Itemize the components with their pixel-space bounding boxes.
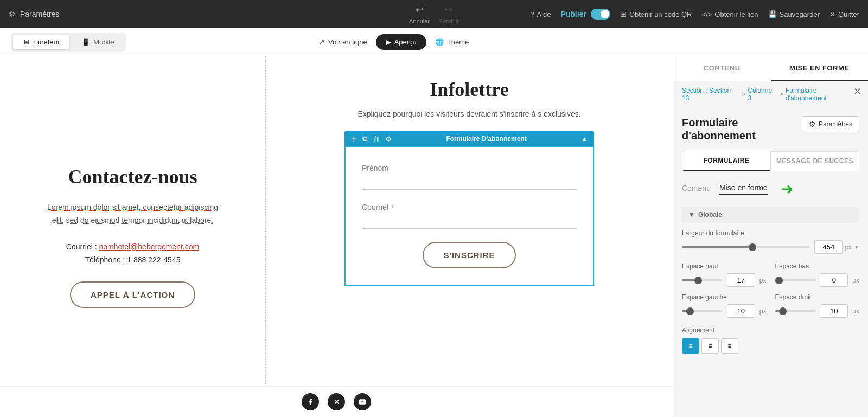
facebook-icon[interactable] [302,393,319,410]
cf-tab-contenu[interactable]: Contenu [682,184,711,195]
espace-haut-input[interactable]: 17 [727,273,755,287]
prenom-input[interactable] [362,176,577,190]
external-link-icon: ↗ [319,38,325,46]
largeur-slider-row: 454 px ▼ [682,240,859,254]
twitter-x-icon[interactable]: ✕ [328,393,345,410]
email-link[interactable]: nomhotel@hebergement.com [99,242,200,251]
preview-button[interactable]: ▶ Aperçu [376,34,426,50]
newsletter-panel: Infolettre Expliquez pourquoi les visite… [266,56,673,417]
alignement-row: Alignement ≡ ≡ ≡ [682,326,859,354]
espace-haut-slider-row: 17 px [682,273,767,287]
help-button[interactable]: ? Aide [530,10,551,18]
undo-icon: ↩ [416,4,424,16]
theme-icon: 🌐 [435,38,444,46]
move-icon[interactable]: ✛ [351,135,357,143]
settings-form-icon[interactable]: ⚙ [385,135,392,143]
contact-title: Contactez-nous [68,165,197,188]
espace-gauche-track [682,310,723,312]
form-container: ✛ ⧉ 🗑 ⚙ Formulaire D'abonnement ▲ Pré [344,131,594,286]
cta-button[interactable]: APPEL À L'ACTION [70,281,195,308]
espace-droit-track [775,310,816,312]
top-bar-left: ⚙ Paramètres [9,10,59,18]
mobile-label: Mobile [93,38,114,46]
align-row: ≡ ≡ ≡ [682,338,859,354]
courriel-label: Courriel * [362,203,577,211]
link-button[interactable]: </> Obtenir le lien [702,10,758,18]
align-right-button[interactable]: ≡ [721,338,738,354]
courriel-label: Courriel : [66,242,99,251]
form-toolbar-left: ✛ ⧉ 🗑 ⚙ [351,134,392,143]
largeur-val-box: 454 px ▼ [814,240,859,254]
espace-droit-thumb[interactable] [779,307,787,315]
newsletter-desc-text2: s exclusives. [538,110,580,118]
close-button[interactable]: ✕ [853,86,861,98]
largeur-dropdown-icon[interactable]: ▼ [854,244,859,250]
redo-label: Rétablir [438,18,459,24]
undo-btn[interactable]: ↩ Annuler [409,4,430,24]
tab-mise-en-forme-label: MISE EN FORME [789,64,850,72]
align-right-icon: ≡ [727,342,731,350]
espace-bas-thumb[interactable] [775,277,783,284]
form-toolbar[interactable]: ✛ ⧉ 🗑 ⚙ Formulaire D'abonnement ▲ [344,131,594,146]
largeur-slider-thumb[interactable] [749,243,756,251]
browser-tab[interactable]: 🖥 Fureteur [13,35,69,49]
largeur-input[interactable]: 454 [814,240,843,254]
params-button[interactable]: ⚙ Paramètres [802,116,859,132]
newsletter-desc-text: Expliquez pourquoi les visiteurs devraie… [358,110,535,118]
mobile-tab[interactable]: 📱 Mobile [72,35,124,49]
monitor-icon: 🖥 [23,38,30,46]
second-bar: 🖥 Fureteur 📱 Mobile ↗ Voir en ligne ▶ Ap… [0,28,868,56]
canvas: Contactez-nous Lorem ipsum dolor sit ame… [0,56,673,417]
sidebar-inner: ✕ Section : Section 13 > Colonne 3 > For… [673,81,868,371]
qr-label: Obtenir un code QR [629,10,692,18]
espace-haut-thumb[interactable] [694,277,702,284]
content-form-tabs: Contenu Mise en forme ➜ [682,180,859,198]
espace-gauche-thumb[interactable] [686,307,694,315]
cf-tab-mise-en-forme[interactable]: Mise en forme [719,183,768,195]
save-icon: 💾 [768,10,777,18]
view-online-button[interactable]: ↗ Voir en ligne [319,38,367,46]
espace-haut-track [682,279,723,281]
espace-bas-unit: px [852,277,859,284]
redo-btn[interactable]: ↪ Rétablir [438,4,459,24]
chevron-up-icon[interactable]: ▲ [581,135,588,143]
courriel-input[interactable] [362,215,577,229]
breadcrumb-col[interactable]: Colonne 3 [748,87,777,102]
align-center-button[interactable]: ≡ [701,338,719,354]
breadcrumb-sep1: > [742,91,745,98]
align-center-icon: ≡ [708,342,712,350]
form-message-tabs: FORMULAIRE MESSAGE DE SUCCES [682,151,859,171]
fm-tab-formulaire[interactable]: FORMULAIRE [682,151,770,171]
view-online-label: Voir en ligne [328,38,367,46]
breadcrumb-section[interactable]: Section : Section 13 [682,87,739,102]
green-arrow-icon: ➜ [781,180,793,198]
delete-icon[interactable]: 🗑 [373,135,380,143]
espace-haut-unit: px [760,277,767,284]
link-icon: </> [702,10,712,18]
publish-button[interactable]: Publier [560,9,610,20]
tab-mise-en-forme[interactable]: MISE EN FORME [771,56,869,81]
settings-label: Paramètres [20,10,59,18]
espace-bas-input[interactable]: 0 [820,273,848,287]
prenom-label: Prénom [362,164,577,172]
theme-button[interactable]: 🌐 Thème [435,38,469,46]
subscribe-button[interactable]: S'INSCRIRE [423,242,515,268]
quit-button[interactable]: ✕ Quitter [829,10,859,18]
qr-button[interactable]: ⊞ Obtenir un code QR [620,10,692,18]
youtube-icon[interactable] [354,393,371,410]
espace-droit-input[interactable]: 10 [820,304,848,318]
contact-email: Courriel : nomhotel@hebergement.com [66,242,199,251]
copy-icon[interactable]: ⧉ [362,134,367,143]
contact-desc: Lorem ipsum dolor sit amet, consectetur … [47,201,218,227]
espace-gauche-input[interactable]: 10 [727,304,755,318]
fm-tab-message[interactable]: MESSAGE DE SUCCES [770,151,859,171]
sidebar-title: Formulaire d'abonnement [682,116,802,142]
espace-bas-slider-row: 0 px [775,273,860,287]
breadcrumb-form[interactable]: Formulaire d'abonnement [786,87,859,102]
save-button[interactable]: 💾 Sauvegarder [768,10,820,18]
align-left-button[interactable]: ≡ [682,338,699,354]
largeur-row: Largeur du formulaire 454 px ▼ [682,229,859,254]
publish-toggle[interactable] [591,9,610,20]
tab-contenu[interactable]: CONTENU [673,56,771,81]
second-bar-center: ↗ Voir en ligne ▶ Aperçu 🌐 Thème [319,34,469,50]
